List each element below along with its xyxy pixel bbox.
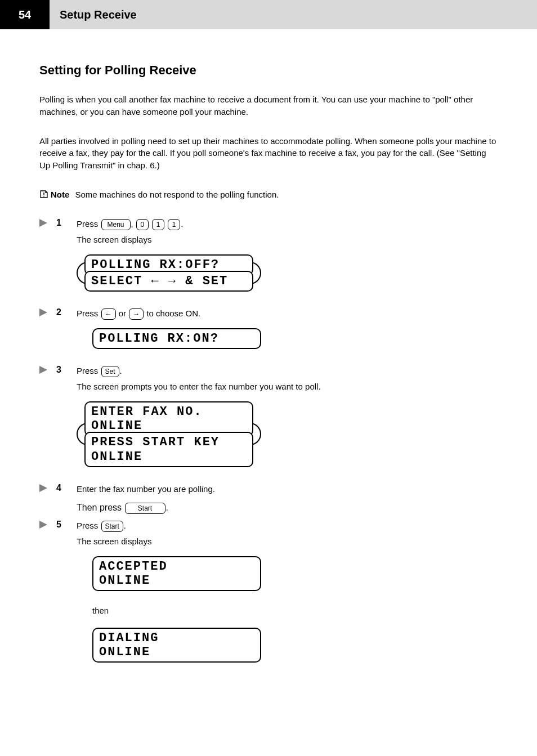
note-icon (39, 190, 48, 199)
step-number: 3 (56, 365, 77, 375)
page-content: Setting for Polling Receive Polling is w… (0, 29, 537, 701)
chapter-title: Setup Receive (50, 8, 137, 21)
step-2-text-pre: Press (77, 308, 98, 318)
lcd-accepted: ACCEPTED ONLINE (92, 556, 261, 592)
step-1-text: Press (77, 219, 98, 229)
step-4-text: Enter the fax number you are polling. (77, 483, 498, 496)
digit-key-1a: 1 (152, 219, 164, 230)
step-arrow-icon (39, 308, 47, 316)
step-number: 2 (56, 307, 77, 317)
step-5-text-pre: Press (77, 521, 98, 530)
intro-paragraph-2: All parties involved in polling need to … (39, 135, 498, 172)
set-key: Set (101, 366, 119, 377)
lcd-polling-on: POLLING RX:ON? (92, 328, 261, 349)
step-2-display: POLLING RX:ON? (92, 328, 261, 349)
step-5-display-a: ACCEPTED ONLINE (92, 556, 261, 592)
step-arrow-icon (39, 484, 47, 492)
start-key: Start (101, 521, 123, 532)
step-5-display-b: DIALING ONLINE (92, 628, 261, 663)
section-title: Setting for Polling Receive (39, 63, 498, 78)
digit-key-0: 0 (136, 219, 149, 230)
lcd-enter-fax: ENTER FAX NO. ONLINE (84, 401, 253, 437)
step-2: 2 Press ← or → to choose ON. POLLING RX:… (39, 307, 498, 359)
step-number: 1 (56, 218, 77, 228)
step-3-text-pre: Press (77, 366, 98, 375)
step-arrow-icon (39, 521, 47, 529)
step-5: 5 Press Start. The screen displays ACCEP… (39, 520, 498, 673)
intro-paragraph-1: Polling is when you call another fax mac… (39, 93, 498, 118)
step-3-desc: The screen prompts you to enter the fax … (77, 381, 498, 393)
step-5-then: then (92, 605, 498, 618)
lcd-press-start: PRESS START KEY ONLINE (84, 432, 253, 467)
step-2-or: or (119, 308, 126, 318)
page-number: 54 (0, 0, 50, 29)
page-header: 54 Setup Receive (0, 0, 537, 29)
note-text: Some machines do not respond to the poll… (75, 190, 279, 199)
step-4: 4 Enter the fax number you are polling. (39, 483, 498, 499)
step-1: 1 Press Menu, 0 1 1. The screen displays… (39, 218, 498, 302)
lcd-select-set: SELECT ← → & SET (84, 271, 253, 292)
step-5-desc: The screen displays (77, 535, 498, 548)
step-2-text-post: to choose ON. (146, 308, 200, 318)
right-arrow-key: → (129, 308, 144, 320)
step-3-display: ENTER FAX NO. ONLINE PRESS START KEY ONL… (84, 401, 253, 467)
left-arrow-key: ← (101, 308, 116, 320)
digit-key-1b: 1 (168, 219, 180, 230)
step-number: 5 (56, 520, 77, 530)
note-block: Note Some machines do not respond to the… (39, 189, 498, 201)
step-1-display: POLLING RX:OFF? SELECT ← → & SET (84, 254, 253, 292)
step-number: 4 (56, 483, 77, 493)
step-4-sub: Then press Start. (77, 503, 498, 514)
step-arrow-icon (39, 366, 47, 374)
step-3: 3 Press Set. The screen prompts you to e… (39, 365, 498, 477)
lcd-dialing: DIALING ONLINE (92, 628, 261, 663)
note-label: Note (51, 190, 69, 199)
step-1-desc: The screen displays (77, 234, 498, 247)
step-arrow-icon (39, 219, 47, 227)
start-key: Start (125, 503, 165, 514)
menu-key: Menu (101, 219, 131, 230)
